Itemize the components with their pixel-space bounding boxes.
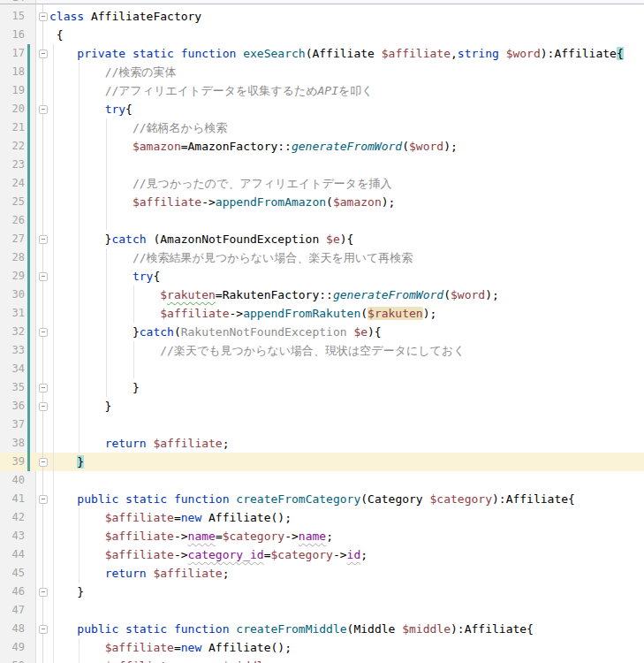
line-number[interactable]: 41 <box>0 490 25 508</box>
fold-marker[interactable] <box>39 12 48 21</box>
code-line[interactable]: 35 } <box>0 378 644 397</box>
line-number[interactable]: 31 <box>0 304 25 323</box>
line-number[interactable]: 20 <box>0 100 25 118</box>
fold-marker[interactable] <box>39 328 48 337</box>
line-number[interactable]: 38 <box>0 434 25 453</box>
code-line[interactable]: 27 }catch (AmazonNotFoundException $e){ <box>0 230 644 248</box>
code-line[interactable]: 40 <box>0 471 644 490</box>
fold-marker[interactable] <box>39 495 48 504</box>
fold-marker[interactable] <box>39 458 48 467</box>
code-text: //検索結果が見つからない場合、楽天を用いて再検索 <box>49 248 413 267</box>
line-number[interactable]: 23 <box>0 156 25 174</box>
code-line[interactable]: 24 //見つかったので、アフィリエイトデータを挿入 <box>0 174 644 193</box>
line-number[interactable]: 30 <box>0 286 25 304</box>
code-line[interactable]: 18 //検索の実体 <box>0 63 644 81</box>
line-number[interactable]: 19 <box>0 81 25 100</box>
line-number[interactable]: 43 <box>0 527 25 545</box>
code-line[interactable]: 49 $affiliate=new Affiliate(); <box>0 638 644 657</box>
line-number[interactable]: 18 <box>0 63 25 81</box>
line-number[interactable]: 44 <box>0 545 25 564</box>
line-number[interactable]: 26 <box>0 211 25 230</box>
code-text: $affiliate->appendFromAmazon($amazon); <box>49 193 395 211</box>
line-number[interactable]: 49 <box>0 638 25 657</box>
line-number[interactable]: 39 <box>0 453 25 471</box>
fold-marker[interactable] <box>39 105 48 114</box>
code-line[interactable]: 25 $affiliate->appendFromAmazon($amazon)… <box>0 193 644 211</box>
line-number[interactable]: 21 <box>0 118 25 137</box>
code-line[interactable]: 46 } <box>0 583 644 601</box>
line-number[interactable]: 25 <box>0 193 25 211</box>
code-line[interactable]: 38 return $affiliate; <box>0 434 644 453</box>
code-line[interactable]: 23 <box>0 156 644 174</box>
code-editor: 1415class AffiliateFactory16 {17 private… <box>0 0 644 663</box>
line-number[interactable]: 34 <box>0 360 25 378</box>
code-text: } <box>49 583 84 601</box>
code-line[interactable]: 33 //楽天でも見つからない場合、現状は空データにしておく <box>0 341 644 360</box>
code-line[interactable]: 37 <box>0 415 644 434</box>
fold-marker[interactable] <box>39 588 48 597</box>
code-text: }catch (AmazonNotFoundException $e){ <box>49 230 353 248</box>
line-number[interactable]: 15 <box>0 7 25 26</box>
code-line[interactable]: 29 try{ <box>0 267 644 286</box>
code-line[interactable]: 28 //検索結果が見つからない場合、楽天を用いて再検索 <box>0 248 644 267</box>
line-number[interactable]: 33 <box>0 341 25 360</box>
fold-marker[interactable] <box>39 50 48 58</box>
code-line[interactable]: 50 $affiliate->name=$middle->name; <box>0 657 644 663</box>
line-number[interactable]: 27 <box>0 230 25 248</box>
line-number[interactable]: 40 <box>0 471 25 490</box>
code-text: } <box>49 378 140 397</box>
line-number[interactable]: 24 <box>0 174 25 193</box>
line-number[interactable]: 35 <box>0 378 25 397</box>
line-number[interactable]: 29 <box>0 267 25 286</box>
line-number[interactable]: 28 <box>0 248 25 267</box>
line-number[interactable]: 46 <box>0 583 25 601</box>
code-line[interactable]: 21 //銘柄名から検索 <box>0 118 644 137</box>
line-number[interactable]: 16 <box>0 26 25 44</box>
code-line[interactable]: 31 $affiliate->appendFromRakuten($rakute… <box>0 304 644 323</box>
line-number[interactable]: 45 <box>0 564 25 583</box>
code-text: } <box>49 453 84 471</box>
code-line[interactable]: 42 $affiliate=new Affiliate(); <box>0 508 644 527</box>
code-text: try{ <box>49 267 160 286</box>
line-number[interactable]: 32 <box>0 323 25 341</box>
line-number[interactable]: 42 <box>0 508 25 527</box>
fold-marker[interactable] <box>39 272 48 281</box>
fold-marker[interactable] <box>39 402 48 411</box>
code-line[interactable]: 32 }catch(RakutenNotFoundException $e){ <box>0 323 644 341</box>
code-text: //検索の実体 <box>49 63 177 81</box>
line-number[interactable]: 47 <box>0 601 25 620</box>
code-line[interactable]: 20 try{ <box>0 100 644 118</box>
code-line[interactable]: 43 $affiliate->name=$category->name; <box>0 527 644 545</box>
code-line[interactable]: 47 <box>0 601 644 620</box>
code-text: $affiliate=new Affiliate(); <box>49 508 292 527</box>
code-text: try{ <box>49 100 133 118</box>
code-text: }catch(RakutenNotFoundException $e){ <box>49 323 382 341</box>
code-line[interactable]: 34 <box>0 360 644 378</box>
code-text: //銘柄名から検索 <box>49 118 227 137</box>
line-number[interactable]: 48 <box>0 620 25 638</box>
code-line[interactable]: 39 } <box>0 453 644 471</box>
line-number[interactable]: 37 <box>0 415 25 434</box>
code-line[interactable]: 17 private static function exeSearch(Aff… <box>0 44 644 63</box>
line-number[interactable]: 17 <box>0 44 25 63</box>
code-text: $affiliate->name=$middle->name; <box>49 657 319 663</box>
fold-marker[interactable] <box>39 625 48 634</box>
code-line[interactable]: 26 <box>0 211 644 230</box>
code-line[interactable]: 22 $amazon=AmazonFactory::generateFromWo… <box>0 137 644 156</box>
line-number[interactable]: 36 <box>0 397 25 415</box>
fold-marker[interactable] <box>39 235 48 244</box>
code-line[interactable]: 48 public static function createFromMidd… <box>0 620 644 638</box>
code-line[interactable]: 36 } <box>0 397 644 415</box>
code-line[interactable]: 44 $affiliate->category_id=$category->id… <box>0 545 644 564</box>
line-number[interactable]: 50 <box>0 657 25 663</box>
code-text: //楽天でも見つからない場合、現状は空データにしておく <box>49 341 465 360</box>
code-line[interactable]: 19 //アフィリエイトデータを収集するためAPIを叩く <box>0 81 644 100</box>
line-number[interactable]: 22 <box>0 137 25 156</box>
code-line[interactable]: 41 public static function createFromCate… <box>0 490 644 508</box>
code-line[interactable]: 45 return $affiliate; <box>0 564 644 583</box>
code-line[interactable]: 30 $rakuten=RakutenFactory::generateFrom… <box>0 286 644 304</box>
code-line[interactable]: 16 { <box>0 26 644 44</box>
code-text: $amazon=AmazonFactory::generateFromWord(… <box>49 137 458 156</box>
code-line[interactable]: 15class AffiliateFactory <box>0 7 644 26</box>
fold-marker[interactable] <box>39 384 48 392</box>
